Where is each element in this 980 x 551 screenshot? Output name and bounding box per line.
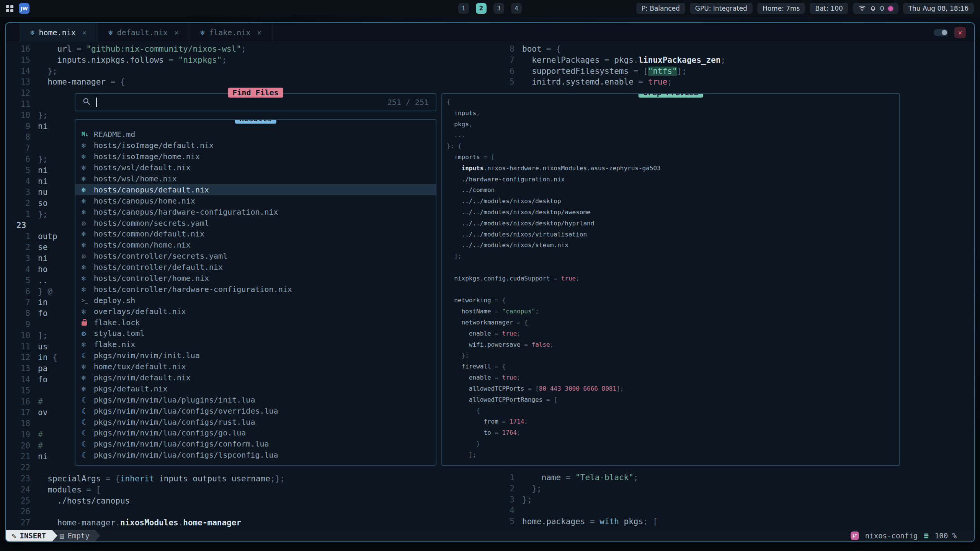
nix-file-icon: ❄ bbox=[81, 373, 94, 382]
preview-title: Grep Preview bbox=[639, 93, 703, 98]
line-number: 2 bbox=[6, 242, 38, 253]
code-line: imports = [ bbox=[447, 153, 899, 165]
results-title: Results bbox=[235, 119, 276, 124]
line-number: 5 bbox=[490, 516, 522, 527]
code-line: ./hardware-configuration.nix bbox=[447, 176, 899, 187]
result-item[interactable]: >_deploy.sh bbox=[75, 295, 436, 306]
result-filename: hosts/controller/secrets.yaml bbox=[94, 251, 227, 261]
line-number: 2 bbox=[6, 198, 38, 209]
result-item[interactable]: ☾pkgs/nvim/nvim/lua/configs/overrides.lu… bbox=[75, 405, 436, 416]
result-item[interactable]: flake.lock bbox=[75, 317, 436, 328]
workspace-button-1[interactable]: 1 bbox=[458, 3, 469, 14]
tab-label: home.nix bbox=[39, 28, 75, 37]
result-item[interactable]: ❄pkgs/default.nix bbox=[75, 383, 436, 394]
result-item[interactable]: ❄home/tux/default.nix bbox=[75, 361, 436, 372]
result-item[interactable]: ☾pkgs/nvim/nvim/lua/configs/go.lua bbox=[75, 427, 436, 439]
line-number: 23 bbox=[6, 220, 38, 231]
results-list: M↓README.md❄hosts/isoImage/default.nix❄h… bbox=[75, 129, 436, 461]
logo-badge[interactable]: JW bbox=[19, 3, 29, 14]
code-line: 1 name = "Tela-black"; bbox=[490, 472, 974, 483]
lua-file-icon: ☾ bbox=[81, 440, 94, 448]
result-item[interactable]: M↓README.md bbox=[75, 129, 436, 140]
code-line: ../../modules/nixos/desktop/hyprland bbox=[447, 220, 899, 231]
workspace-button-3[interactable]: 3 bbox=[493, 3, 504, 14]
workspace-button-2[interactable]: 2 bbox=[476, 3, 487, 14]
result-item[interactable]: ❄hosts/controller/default.nix bbox=[75, 262, 436, 273]
workspace-button-4[interactable]: 4 bbox=[511, 3, 522, 14]
result-item[interactable]: ❄hosts/controller/hardware-configuration… bbox=[75, 284, 436, 295]
result-item[interactable]: ☾pkgs/nvim/nvim/lua/configs/conform.lua bbox=[75, 439, 436, 450]
result-filename: pkgs/nvim/nvim/lua/configs/lspconfig.lua bbox=[94, 450, 278, 460]
code-line: ../../modules/nixos/desktop bbox=[447, 197, 899, 209]
code-line: ../common bbox=[447, 186, 899, 197]
tab-bar: ❄home.nix×❄default.nix×❄flake.nix× × bbox=[6, 23, 974, 42]
result-item[interactable]: ☾pkgs/nvim/nvim/lua/plugins/init.lua bbox=[75, 394, 436, 405]
code-line: 23 specialArgs = {inherit inputs outputs… bbox=[6, 473, 490, 484]
line-number: 4 bbox=[6, 176, 38, 187]
tab-close-icon[interactable]: × bbox=[174, 28, 178, 37]
result-item[interactable]: ❄flake.nix bbox=[75, 339, 436, 350]
layout-toggle-icon[interactable] bbox=[934, 29, 948, 36]
result-item[interactable]: ☾pkgs/nvim/nvim/init.lua bbox=[75, 350, 436, 361]
result-filename: pkgs/default.nix bbox=[94, 384, 168, 393]
result-item[interactable]: ⚙hosts/common/secrets.yaml bbox=[75, 217, 436, 228]
status-right: nixos-config ≡ 100 % bbox=[851, 531, 974, 540]
result-item[interactable]: ☾pkgs/nvim/nvim/lua/configs/lspconfig.lu… bbox=[75, 450, 436, 461]
nix-file-icon: ❄ bbox=[81, 285, 94, 293]
result-filename: pkgs/nvim/nvim/lua/configs/conform.lua bbox=[94, 439, 269, 448]
powerline-separator bbox=[52, 530, 57, 541]
ping-module: Home: 7ms bbox=[757, 3, 805, 14]
result-item[interactable]: ❄hosts/wsl/default.nix bbox=[75, 162, 436, 173]
result-filename: pkgs/nvim/nvim/lua/configs/go.lua bbox=[94, 428, 246, 437]
git-icon bbox=[851, 531, 859, 540]
window-close-button[interactable]: × bbox=[954, 27, 966, 38]
result-item[interactable]: ⚙stylua.toml bbox=[75, 328, 436, 339]
line-number: 1 bbox=[6, 209, 38, 220]
tab-home.nix[interactable]: ❄home.nix× bbox=[20, 23, 98, 42]
result-item[interactable]: ❄hosts/controller/home.nix bbox=[75, 273, 436, 284]
result-item[interactable]: ❄overlays/default.nix bbox=[75, 306, 436, 317]
result-item[interactable]: ☾pkgs/nvim/nvim/lua/configs/rust.lua bbox=[75, 416, 436, 427]
bell-icon[interactable] bbox=[870, 5, 876, 12]
result-item[interactable]: ❄hosts/common/default.nix bbox=[75, 228, 436, 240]
tab-close-icon[interactable]: × bbox=[257, 28, 261, 37]
result-item[interactable]: ❄pkgs/nvim/default.nix bbox=[75, 372, 436, 383]
app-launcher-icon[interactable] bbox=[6, 5, 13, 12]
line-number: 17 bbox=[6, 407, 38, 418]
result-filename: README.md bbox=[94, 130, 135, 139]
nix-file-icon: ❄ bbox=[81, 263, 94, 271]
status-dot-icon[interactable] bbox=[888, 6, 893, 11]
line-number: 14 bbox=[6, 374, 38, 385]
md-file-icon: M↓ bbox=[81, 131, 94, 138]
line-number: 9 bbox=[6, 319, 38, 330]
line-number: 7 bbox=[490, 55, 522, 66]
tab-flake.nix[interactable]: ❄flake.nix× bbox=[190, 23, 273, 42]
code-line: inputs, bbox=[447, 109, 899, 121]
result-item[interactable]: ❄hosts/canopus/hardware-configuration.ni… bbox=[75, 206, 436, 217]
wifi-icon[interactable] bbox=[858, 5, 866, 12]
result-item[interactable]: ❄hosts/common/home.nix bbox=[75, 240, 436, 251]
result-item[interactable]: ❄hosts/canopus/home.nix bbox=[75, 195, 436, 206]
line-number: 6 bbox=[6, 154, 38, 165]
code-line: 6 supportedFilesystems = ["ntfs"]; bbox=[490, 66, 974, 77]
result-item[interactable]: ⚙hosts/controller/secrets.yaml bbox=[75, 251, 436, 262]
line-number: 10 bbox=[6, 110, 38, 121]
result-item[interactable]: ❄hosts/isoImage/home.nix bbox=[75, 151, 436, 162]
lua-file-icon: ☾ bbox=[81, 418, 94, 426]
result-item[interactable]: ❄hosts/canopus/default.nix bbox=[75, 184, 436, 195]
code-line: ... bbox=[447, 131, 899, 142]
code-line: 2 }; bbox=[490, 483, 974, 494]
code-line: 7 kernelPackages = pkgs.linuxPackages_ze… bbox=[490, 55, 974, 66]
code-line bbox=[447, 286, 899, 297]
line-number: 9 bbox=[6, 121, 38, 132]
result-item[interactable]: ❄hosts/isoImage/default.nix bbox=[75, 140, 436, 151]
result-filename: pkgs/nvim/nvim/lua/configs/overrides.lua bbox=[94, 406, 278, 416]
result-item[interactable]: ❄hosts/wsl/home.nix bbox=[75, 173, 436, 184]
tab-default.nix[interactable]: ❄default.nix× bbox=[98, 23, 189, 42]
tab-close-icon[interactable]: × bbox=[82, 28, 87, 37]
code-line: 14 }; bbox=[6, 66, 490, 77]
find-files-prompt[interactable]: Find Files 251 / 251 bbox=[75, 93, 436, 111]
tab-label: default.nix bbox=[117, 28, 168, 37]
line-number: 14 bbox=[6, 66, 38, 77]
nix-file-icon: ❄ bbox=[81, 362, 94, 371]
